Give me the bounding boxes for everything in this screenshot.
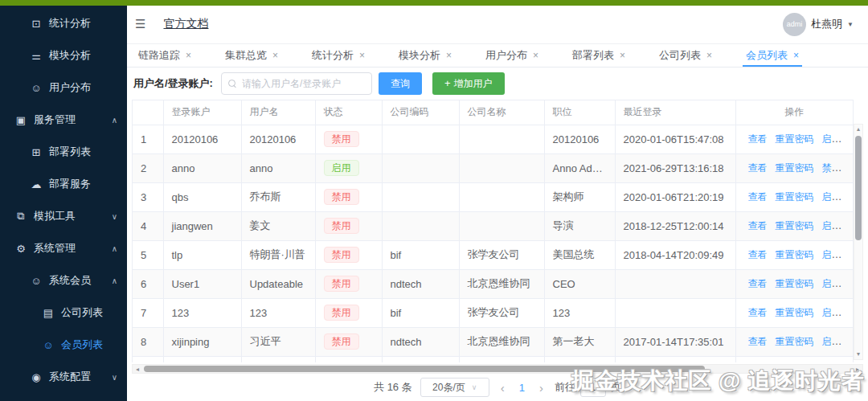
action-link[interactable]: 启用: [822, 133, 841, 145]
cell-company-code: [382, 356, 459, 362]
cell-company-code: bif: [382, 298, 459, 327]
action-link[interactable]: 查看: [748, 336, 768, 347]
user-menu[interactable]: admi 杜燕明 ▼: [783, 13, 854, 36]
caret-down-icon[interactable]: ▼: [847, 21, 854, 28]
add-user-button[interactable]: +增加用户: [432, 72, 505, 95]
close-icon[interactable]: ×: [620, 50, 625, 61]
menu-toggle-icon[interactable]: ☰: [132, 17, 149, 31]
cell-title: 架构师: [544, 182, 615, 211]
next-page-button[interactable]: ›: [536, 381, 547, 395]
tab[interactable]: 用户分布 ×: [485, 44, 538, 67]
sidebar-item[interactable]: ▣ 服务管理 ∧: [0, 104, 127, 136]
vertical-scroll-thumb[interactable]: [855, 136, 862, 240]
tab[interactable]: 统计分析 ×: [312, 44, 365, 67]
vertical-scroll-track[interactable]: [854, 134, 862, 350]
chevron-icon[interactable]: ∧: [112, 116, 117, 125]
chevron-icon[interactable]: ∧: [112, 244, 117, 253]
avatar[interactable]: admi: [783, 13, 806, 36]
chevron-icon[interactable]: ∨: [112, 212, 117, 221]
vertical-scrollbar[interactable]: ▴ ▾: [854, 124, 863, 360]
action-link[interactable]: 启用: [822, 278, 841, 289]
close-icon[interactable]: ×: [793, 50, 799, 61]
cell-last-login: [615, 269, 735, 298]
close-icon[interactable]: ×: [533, 50, 538, 61]
cell-company-name: 北京恩维协同: [459, 327, 544, 356]
cell-company-code: ndtech: [382, 327, 459, 356]
chevron-icon[interactable]: ∧: [112, 276, 117, 285]
cell-last-login: 2018-04-14T20:09:49: [615, 240, 735, 269]
sidebar-item[interactable]: ⧉ 模拟工具 ∨: [0, 200, 127, 232]
cell-last-login: 2020-01-06T21:20:19: [615, 182, 735, 211]
current-page[interactable]: 1: [516, 382, 528, 394]
action-link[interactable]: 查看: [748, 220, 768, 231]
sidebar-item[interactable]: ◉ 系统配置 ∨: [0, 361, 127, 393]
query-button[interactable]: 查询: [379, 72, 422, 95]
action-link[interactable]: 查看: [748, 191, 768, 203]
action-link[interactable]: 重置密码: [776, 162, 814, 174]
sidebar-item[interactable]: ⚙ 系统管理 ∧: [0, 232, 127, 264]
sidebar-item[interactable]: ☁ 部署服务: [0, 168, 127, 200]
search-input[interactable]: [242, 78, 365, 89]
sidebar-item[interactable]: ⊡ 统计分析: [0, 7, 127, 39]
cell-company-name: 北京恩维协同: [459, 269, 544, 298]
action-link[interactable]: 启用: [822, 220, 841, 231]
tab[interactable]: 链路追踪 ×: [138, 44, 191, 67]
action-link[interactable]: 重置密码: [776, 307, 814, 318]
table-row: 4 jiangwen 姜文 禁用 导演 2018-12-25T12:00:14 …: [133, 211, 854, 240]
sidebar-item-label: 模块分析: [49, 48, 91, 63]
sidebar-item[interactable]: ⊞ 部署列表: [0, 136, 127, 168]
action-link[interactable]: 启用: [822, 307, 841, 318]
left-arrow-icon[interactable]: ◂: [133, 366, 142, 373]
sidebar-item-label: 服务管理: [34, 113, 76, 127]
tab[interactable]: 部署列表 ×: [572, 44, 625, 67]
tab[interactable]: 会员列表 ×: [746, 44, 799, 67]
up-arrow-icon[interactable]: ▴: [857, 125, 860, 134]
horizontal-scroll-track[interactable]: [142, 365, 853, 373]
sidebar-item-icon: ☺: [30, 275, 43, 287]
action-link[interactable]: 查看: [748, 307, 768, 318]
table-row: 禁用: [133, 356, 854, 362]
cell-status: 禁用: [315, 211, 382, 240]
close-icon[interactable]: ×: [186, 50, 191, 61]
sidebar-item[interactable]: ⚌ 模块分析: [0, 39, 127, 72]
sidebar-item[interactable]: ☺ 会员列表: [0, 329, 127, 361]
action-link[interactable]: 查看: [748, 133, 768, 145]
right-arrow-icon[interactable]: ▸: [853, 366, 862, 373]
action-link[interactable]: 启用: [822, 191, 841, 203]
action-link[interactable]: 查看: [748, 162, 768, 174]
down-arrow-icon[interactable]: ▾: [857, 350, 860, 359]
cell-status: 禁用: [315, 269, 382, 298]
action-link[interactable]: 重置密码: [776, 249, 814, 260]
close-icon[interactable]: ×: [359, 50, 365, 61]
sidebar-item[interactable]: ☺ 用户分布: [0, 72, 127, 104]
sidebar-item[interactable]: ▤ 公司列表: [0, 297, 127, 329]
action-link[interactable]: 重置密码: [776, 278, 814, 289]
horizontal-scrollbar[interactable]: ◂ ▸: [132, 364, 863, 374]
close-icon[interactable]: ×: [446, 50, 452, 61]
action-link[interactable]: 重置密码: [776, 336, 814, 347]
action-link[interactable]: 重置密码: [776, 133, 814, 145]
goto-page-input[interactable]: [580, 378, 606, 397]
action-link[interactable]: 查看: [748, 278, 768, 289]
close-icon[interactable]: ×: [706, 50, 712, 61]
cell-index: 7: [133, 298, 163, 327]
tab[interactable]: 公司列表 ×: [659, 44, 712, 67]
chevron-icon[interactable]: ∨: [112, 373, 117, 382]
action-link[interactable]: 启用: [822, 249, 841, 260]
tab[interactable]: 集群总览 ×: [225, 44, 278, 67]
pagination: 共 16 条 20条/页 ∨ ‹ 1 › 前往 页: [132, 374, 863, 401]
action-link[interactable]: 查看: [748, 249, 768, 260]
cell-last-login: 2018-12-25T12:00:14: [615, 211, 735, 240]
page-size-select[interactable]: 20条/页 ∨: [420, 378, 489, 397]
sidebar-item[interactable]: ☺ 系统会员 ∧: [0, 264, 127, 297]
tab[interactable]: 模块分析 ×: [399, 44, 452, 67]
search-box: [221, 72, 372, 95]
close-icon[interactable]: ×: [272, 50, 278, 61]
action-link[interactable]: 禁用: [822, 162, 841, 174]
official-docs-link[interactable]: 官方文档: [163, 17, 208, 31]
horizontal-scroll-thumb[interactable]: [144, 366, 705, 372]
action-link[interactable]: 重置密码: [776, 220, 814, 231]
prev-page-button[interactable]: ‹: [497, 381, 508, 395]
action-link[interactable]: 重置密码: [776, 191, 814, 203]
action-link[interactable]: 启用: [822, 336, 841, 347]
